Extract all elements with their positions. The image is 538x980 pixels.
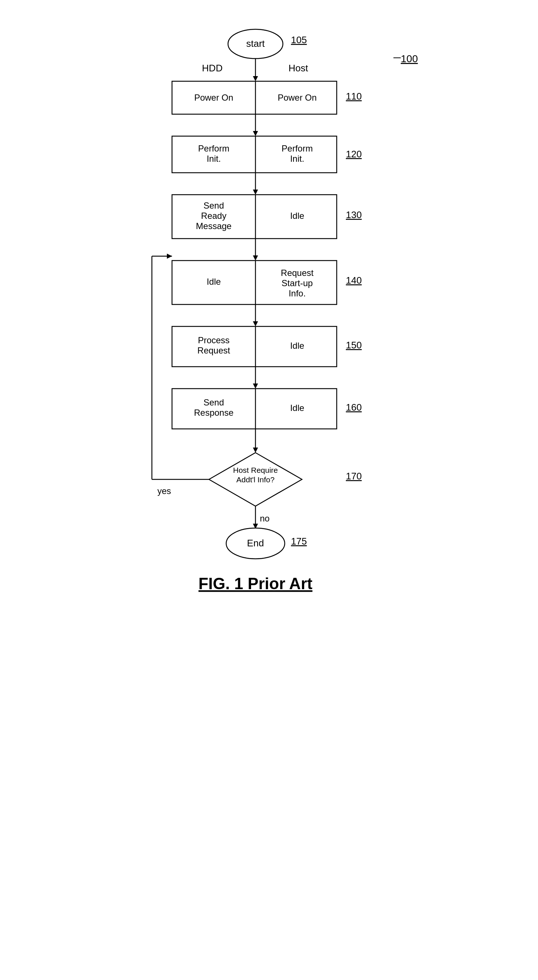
svg-marker-17 [253, 383, 258, 389]
ref-150: 150 [346, 340, 361, 351]
ref-110: 110 [346, 91, 361, 102]
box-150-host: Idle [290, 341, 304, 351]
ref-120: 120 [346, 149, 361, 159]
box-160-host: Idle [290, 403, 304, 413]
yes-label: yes [158, 486, 171, 496]
svg-marker-20 [253, 447, 258, 453]
start-label: start [246, 38, 265, 49]
ref-105: 105 [291, 34, 307, 45]
diamond-170-text-1: Host Require [233, 466, 278, 474]
col-label-host: Host [288, 62, 308, 73]
box-150-hdd-1: Process [198, 335, 230, 345]
box-130-hdd-2: Ready [201, 211, 226, 221]
ref-100: 100 [401, 53, 418, 64]
box-140-host-2: Start-up [282, 278, 312, 288]
svg-marker-2 [253, 76, 258, 81]
svg-marker-11 [253, 255, 258, 261]
box-130-hdd-1: Send [204, 200, 224, 210]
col-label-hdd: HDD [202, 62, 223, 73]
box-110-hdd: Power On [194, 92, 234, 102]
ref-170: 170 [346, 471, 361, 482]
box-140-host-1: Request [281, 268, 314, 278]
flowchart-diagram: 100 HDD Host start 105 Power On Power On… [104, 14, 434, 929]
box-130-hdd-3: Message [196, 221, 231, 231]
end-label: End [247, 538, 264, 549]
box-110-host: Power On [278, 92, 317, 102]
svg-marker-5 [253, 131, 258, 136]
box-120 [172, 136, 337, 173]
ref-175: 175 [291, 536, 307, 547]
ref-160: 160 [346, 402, 361, 413]
fig-caption: FIG. 1 Prior Art [198, 574, 312, 592]
box-120-hdd-2: Init. [207, 154, 221, 164]
ref-140: 140 [346, 275, 361, 286]
box-120-host-2: Init. [290, 154, 304, 164]
box-120-host-1: Perform [282, 143, 312, 153]
svg-marker-14 [253, 321, 258, 326]
diamond-170-text-2: Addt'l Info? [236, 476, 274, 484]
box-160-hdd-2: Response [194, 408, 234, 418]
box-130-host: Idle [290, 211, 304, 221]
no-label: no [260, 514, 270, 523]
box-150 [172, 326, 337, 367]
box-140-host-3: Info. [289, 288, 306, 298]
ref-130: 130 [346, 209, 361, 220]
box-130 [172, 195, 337, 239]
box-160-hdd-1: Send [204, 398, 224, 407]
box-120-hdd-1: Perform [198, 143, 229, 153]
box-140-hdd: Idle [207, 277, 221, 286]
svg-marker-24 [167, 254, 172, 259]
page: 100 HDD Host start 105 Power On Power On… [0, 0, 538, 980]
box-150-hdd-2: Request [197, 345, 230, 355]
svg-marker-8 [253, 189, 258, 195]
